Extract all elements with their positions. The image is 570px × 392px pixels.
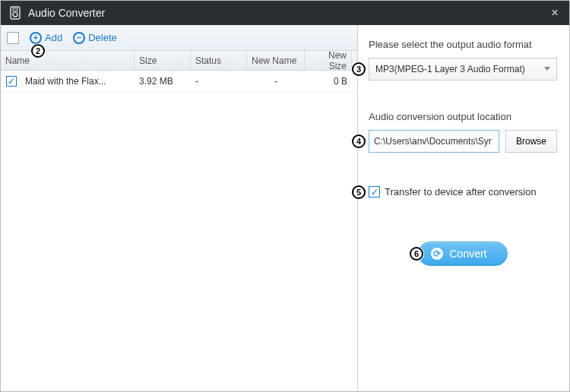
delete-icon: – xyxy=(73,32,85,44)
output-path-input[interactable] xyxy=(369,130,499,153)
step-marker-3: 3 xyxy=(352,62,366,76)
add-icon: + xyxy=(30,32,42,44)
app-icon xyxy=(8,6,22,20)
col-status[interactable]: Status xyxy=(191,51,247,70)
col-newsize[interactable]: New Size xyxy=(305,51,352,70)
browse-button[interactable]: Browse xyxy=(505,130,557,153)
close-icon[interactable]: × xyxy=(548,6,562,20)
window: Audio Converter × + Add 2 – Delete Name … xyxy=(0,0,570,392)
row-checkbox[interactable]: ✓ xyxy=(1,76,22,87)
svg-rect-2 xyxy=(13,8,17,11)
add-label: Add xyxy=(45,32,62,43)
row-status: - xyxy=(191,76,247,87)
body: + Add 2 – Delete Name Size Status New Na… xyxy=(1,25,569,391)
col-size[interactable]: Size xyxy=(135,51,191,70)
row-name: Maid with the Flax... xyxy=(22,76,135,87)
left-pane: + Add 2 – Delete Name Size Status New Na… xyxy=(1,25,358,391)
row-size: 3.92 MB xyxy=(135,76,191,87)
row-newname: - xyxy=(247,76,305,87)
select-all-checkbox[interactable] xyxy=(7,32,19,44)
step-marker-2: 2 xyxy=(31,44,45,58)
format-select[interactable]: MP3(MPEG-1 Layer 3 Audio Format) xyxy=(369,58,557,81)
transfer-label: Transfer to device after conversion xyxy=(385,186,537,198)
step-marker-4: 4 xyxy=(352,134,366,148)
col-newname[interactable]: New Name xyxy=(247,51,305,70)
table-row[interactable]: ✓ Maid with the Flax... 3.92 MB - - 0 B xyxy=(1,71,357,92)
delete-button[interactable]: – Delete xyxy=(73,32,117,44)
step-marker-6: 6 xyxy=(410,247,423,261)
delete-label: Delete xyxy=(88,32,117,43)
transfer-checkbox[interactable]: ✓ xyxy=(369,186,380,198)
right-pane: Please select the output audio format 3 … xyxy=(358,25,569,391)
window-title: Audio Converter xyxy=(28,7,548,19)
format-label: Please select the output audio format xyxy=(369,39,557,50)
refresh-icon: ⟳ xyxy=(431,248,443,260)
add-button[interactable]: + Add 2 xyxy=(30,32,62,44)
svg-point-1 xyxy=(13,12,17,17)
toolbar: + Add 2 – Delete xyxy=(1,25,357,51)
titlebar: Audio Converter × xyxy=(1,1,569,25)
step-marker-5: 5 xyxy=(352,185,366,199)
table-header: Name Size Status New Name New Size xyxy=(1,51,357,71)
convert-button[interactable]: ⟳ Convert xyxy=(418,242,507,266)
location-label: Audio conversion output location xyxy=(369,111,557,122)
col-name[interactable]: Name xyxy=(1,51,135,70)
convert-label: Convert xyxy=(449,248,486,260)
row-newsize: 0 B xyxy=(305,76,352,87)
format-value: MP3(MPEG-1 Layer 3 Audio Format) xyxy=(375,64,525,74)
chevron-down-icon xyxy=(544,67,550,71)
